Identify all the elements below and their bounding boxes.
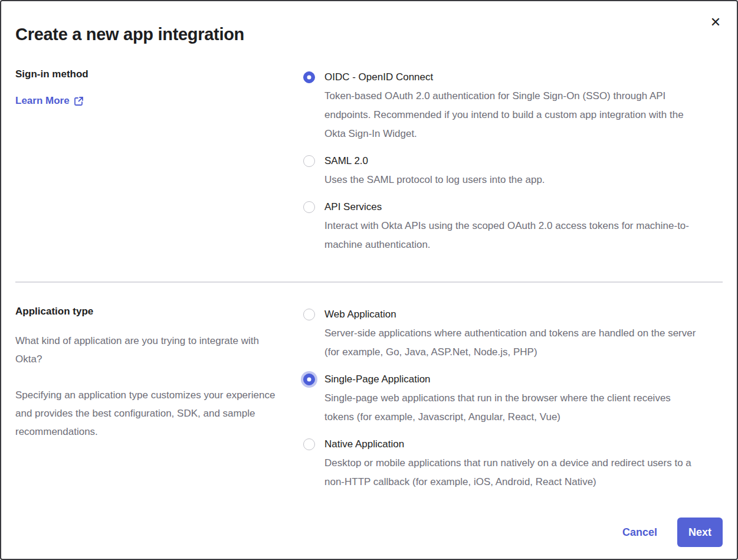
radio-native-application[interactable] bbox=[303, 438, 315, 450]
option-native-application[interactable]: Native Application Desktop or mobile app… bbox=[303, 435, 700, 492]
create-app-integration-dialog: ✕ Create a new app integration Sign-in m… bbox=[0, 0, 738, 560]
option-oidc-description: Token-based OAuth 2.0 authentication for… bbox=[324, 87, 700, 143]
signin-method-section: Sign-in method Learn More OIDC - OpenID … bbox=[15, 68, 723, 254]
option-web-application[interactable]: Web Application Server-side applications… bbox=[303, 305, 700, 362]
learn-more-label: Learn More bbox=[15, 95, 70, 107]
external-link-icon bbox=[74, 96, 84, 106]
option-native-application-description: Desktop or mobile applications that run … bbox=[324, 454, 700, 492]
radio-web-application[interactable] bbox=[303, 309, 315, 320]
option-native-application-label[interactable]: Native Application bbox=[324, 435, 700, 454]
radio-saml[interactable] bbox=[303, 155, 315, 167]
option-web-application-label[interactable]: Web Application bbox=[324, 305, 700, 324]
section-divider bbox=[15, 281, 723, 283]
option-saml-description: Uses the SAML protocol to log users into… bbox=[324, 171, 700, 189]
option-api-services-label[interactable]: API Services bbox=[324, 198, 700, 217]
dialog-title: Create a new app integration bbox=[15, 25, 723, 44]
option-saml-label[interactable]: SAML 2.0 bbox=[324, 152, 700, 171]
option-single-page-application-description: Single-page web applications that run in… bbox=[324, 389, 700, 427]
radio-single-page-application[interactable] bbox=[303, 374, 315, 385]
option-oidc-label[interactable]: OIDC - OpenID Connect bbox=[324, 68, 700, 87]
application-type-description-2: Specifying an application type customize… bbox=[15, 386, 280, 441]
option-single-page-application-label[interactable]: Single-Page Application bbox=[324, 370, 700, 389]
application-type-section: Application type What kind of applicatio… bbox=[15, 305, 723, 492]
option-saml[interactable]: SAML 2.0 Uses the SAML protocol to log u… bbox=[303, 152, 700, 189]
option-api-services-description: Interact with Okta APIs using the scoped… bbox=[324, 217, 700, 254]
learn-more-link[interactable]: Learn More bbox=[15, 95, 84, 107]
application-type-description-1: What kind of application are you trying … bbox=[15, 332, 280, 368]
option-oidc[interactable]: OIDC - OpenID Connect Token-based OAuth … bbox=[303, 68, 700, 143]
radio-api-services[interactable] bbox=[303, 201, 315, 213]
dialog-footer: Cancel Next bbox=[15, 518, 723, 547]
option-web-application-description: Server-side applications where authentic… bbox=[324, 324, 700, 362]
option-single-page-application[interactable]: Single-Page Application Single-page web … bbox=[303, 370, 700, 427]
signin-method-label: Sign-in method bbox=[15, 68, 280, 81]
next-button[interactable]: Next bbox=[677, 518, 723, 547]
signin-method-radio-group: OIDC - OpenID Connect Token-based OAuth … bbox=[303, 68, 700, 254]
application-type-radio-group: Web Application Server-side applications… bbox=[303, 305, 700, 492]
cancel-button[interactable]: Cancel bbox=[622, 526, 657, 539]
application-type-label: Application type bbox=[15, 305, 280, 318]
close-icon[interactable]: ✕ bbox=[707, 14, 724, 31]
option-api-services[interactable]: API Services Interact with Okta APIs usi… bbox=[303, 198, 700, 254]
radio-oidc[interactable] bbox=[303, 71, 315, 83]
